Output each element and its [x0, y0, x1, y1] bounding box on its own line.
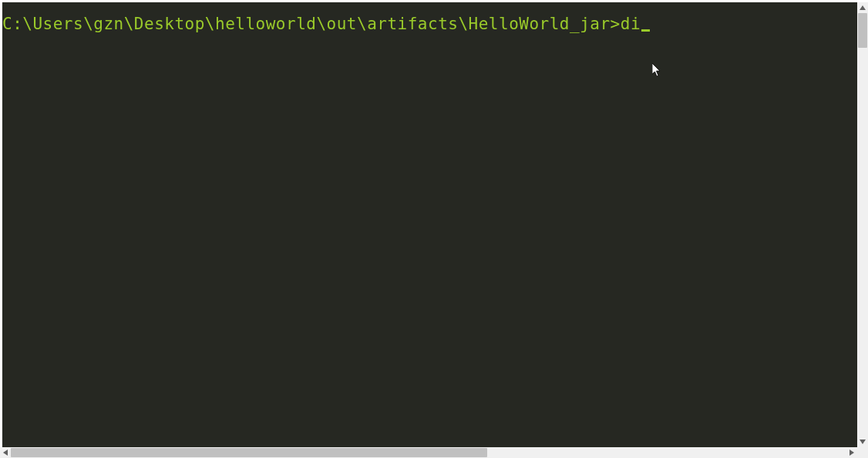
- vertical-scroll-thumb[interactable]: [858, 13, 867, 48]
- horizontal-scroll-thumb[interactable]: [11, 448, 487, 457]
- scroll-up-arrow-icon[interactable]: [857, 2, 868, 13]
- scroll-right-arrow-icon[interactable]: [846, 447, 857, 458]
- terminal-window[interactable]: C:\Users\gzn\Desktop\helloworld\out\arti…: [2, 2, 857, 447]
- terminal-line: C:\Users\gzn\Desktop\helloworld\out\arti…: [2, 2, 857, 33]
- terminal-command: di: [621, 15, 641, 33]
- terminal-cursor: [641, 29, 650, 32]
- scrollbar-corner: [857, 447, 868, 458]
- scroll-down-arrow-icon[interactable]: [857, 436, 868, 447]
- vertical-scrollbar[interactable]: [857, 2, 868, 447]
- horizontal-scrollbar[interactable]: [0, 447, 857, 458]
- terminal-prompt: C:\Users\gzn\Desktop\helloworld\out\arti…: [2, 15, 621, 33]
- scroll-left-arrow-icon[interactable]: [0, 447, 11, 458]
